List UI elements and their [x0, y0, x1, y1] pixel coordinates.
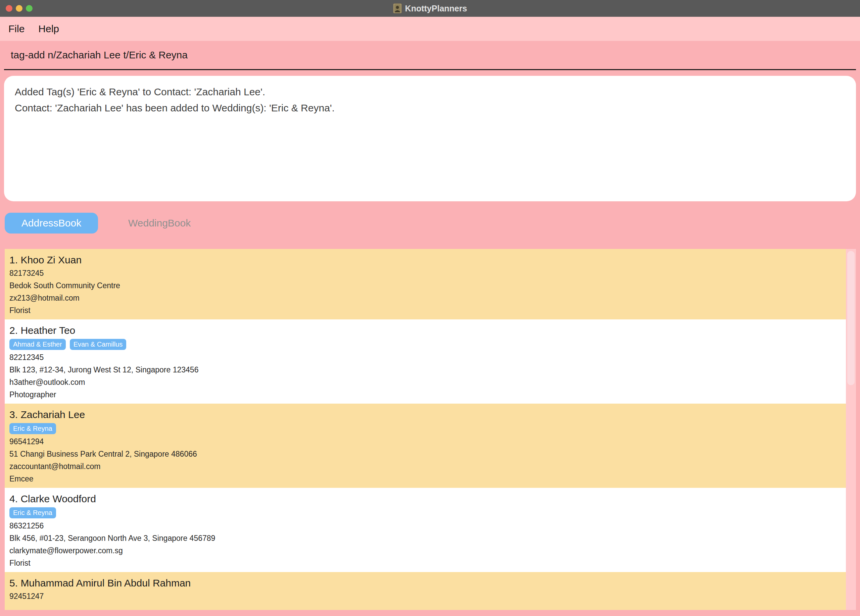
command-field: [4, 41, 856, 70]
traffic-lights: [0, 5, 33, 12]
contact-card[interactable]: 2. Heather Teo Ahmad & Esther Evan & Cam…: [5, 320, 846, 404]
result-line: Added Tag(s) 'Eric & Reyna' to Contact: …: [15, 84, 845, 100]
contact-email: zx213@hotmail.com: [9, 292, 839, 304]
contact-card[interactable]: 3. Zachariah Lee Eric & Reyna 96541294 5…: [5, 404, 846, 488]
contact-role: Emcee: [9, 473, 839, 485]
contact-name-text: Muhammad Amirul Bin Abdul Rahman: [20, 577, 191, 588]
close-button[interactable]: [6, 5, 13, 12]
contact-name-text: Heather Teo: [20, 325, 75, 336]
scrollbar-thumb[interactable]: [847, 251, 855, 385]
result-line: Contact: 'Zachariah Lee' has been added …: [15, 100, 845, 116]
contact-name: 3. Zachariah Lee: [9, 408, 839, 422]
tab-weddingbook[interactable]: WeddingBook: [128, 218, 191, 229]
contact-card[interactable]: 5. Muhammad Amirul Bin Abdul Rahman 9245…: [5, 572, 846, 610]
contact-phone: 82212345: [9, 351, 839, 364]
contact-index: 4.: [9, 493, 18, 504]
contact-index: 5.: [9, 577, 18, 588]
contact-index: 1.: [9, 254, 18, 265]
minimize-button[interactable]: [16, 5, 22, 12]
contact-index: 2.: [9, 325, 18, 336]
tab-addressbook[interactable]: AddressBook: [5, 213, 98, 234]
command-section: [0, 41, 860, 76]
contact-card[interactable]: 4. Clarke Woodford Eric & Reyna 86321256…: [5, 488, 846, 572]
menu-bar: File Help: [0, 17, 860, 41]
menu-file[interactable]: File: [8, 23, 25, 34]
contact-name-text: Zachariah Lee: [20, 409, 85, 420]
contact-tags: Eric & Reyna: [9, 423, 839, 434]
result-display: Added Tag(s) 'Eric & Reyna' to Contact: …: [4, 76, 856, 201]
menu-help[interactable]: Help: [38, 23, 59, 34]
book-tabs: AddressBook WeddingBook: [5, 213, 860, 234]
contact-address: 51 Changi Business Park Central 2, Singa…: [9, 448, 839, 460]
zoom-button[interactable]: [26, 5, 33, 12]
wedding-tag: Ahmad & Esther: [9, 339, 66, 350]
contact-list: 1. Khoo Zi Xuan 82173245 Bedok South Com…: [5, 249, 856, 610]
contact-address: Blk 123, #12-34, Jurong West St 12, Sing…: [9, 364, 839, 376]
contact-phone: 96541294: [9, 436, 839, 448]
contact-phone: 82173245: [9, 267, 839, 279]
contact-name: 2. Heather Teo: [9, 323, 839, 337]
command-input[interactable]: [4, 49, 856, 61]
contact-email: h3ather@outlook.com: [9, 376, 839, 389]
contact-index: 3.: [9, 409, 18, 420]
contact-name: 4. Clarke Woodford: [9, 492, 839, 506]
contact-tags: Eric & Reyna: [9, 507, 839, 518]
window-title: KnottyPlanners: [405, 4, 467, 13]
addressbook-app-icon: [393, 3, 402, 13]
contact-email: zaccountant@hotmail.com: [9, 460, 839, 473]
contact-name: 5. Muhammad Amirul Bin Abdul Rahman: [9, 576, 839, 590]
contact-email: clarkymate@flowerpower.com.sg: [9, 544, 839, 557]
contact-tags: Ahmad & Esther Evan & Camillus: [9, 339, 839, 350]
contact-list-cells: 1. Khoo Zi Xuan 82173245 Bedok South Com…: [5, 249, 846, 610]
wedding-tag: Eric & Reyna: [9, 423, 56, 434]
contact-name-text: Clarke Woodford: [20, 493, 96, 504]
scrollbar-track[interactable]: [846, 249, 856, 610]
contact-phone: 92451247: [9, 590, 839, 603]
contact-role: Florist: [9, 557, 839, 569]
contact-role: Florist: [9, 304, 839, 317]
contact-name: 1. Khoo Zi Xuan: [9, 253, 839, 267]
contact-address: Bedok South Community Centre: [9, 279, 839, 292]
wedding-tag: Evan & Camillus: [70, 339, 127, 350]
contact-phone: 86321256: [9, 520, 839, 532]
window-titlebar: KnottyPlanners: [0, 0, 860, 17]
wedding-tag: Eric & Reyna: [9, 507, 56, 518]
result-section: Added Tag(s) 'Eric & Reyna' to Contact: …: [0, 76, 860, 201]
contact-role: Photographer: [9, 389, 839, 401]
contact-address: Blk 456, #01-23, Serangoon North Ave 3, …: [9, 532, 839, 544]
contact-name-text: Khoo Zi Xuan: [20, 254, 82, 265]
contact-card[interactable]: 1. Khoo Zi Xuan 82173245 Bedok South Com…: [5, 249, 846, 320]
